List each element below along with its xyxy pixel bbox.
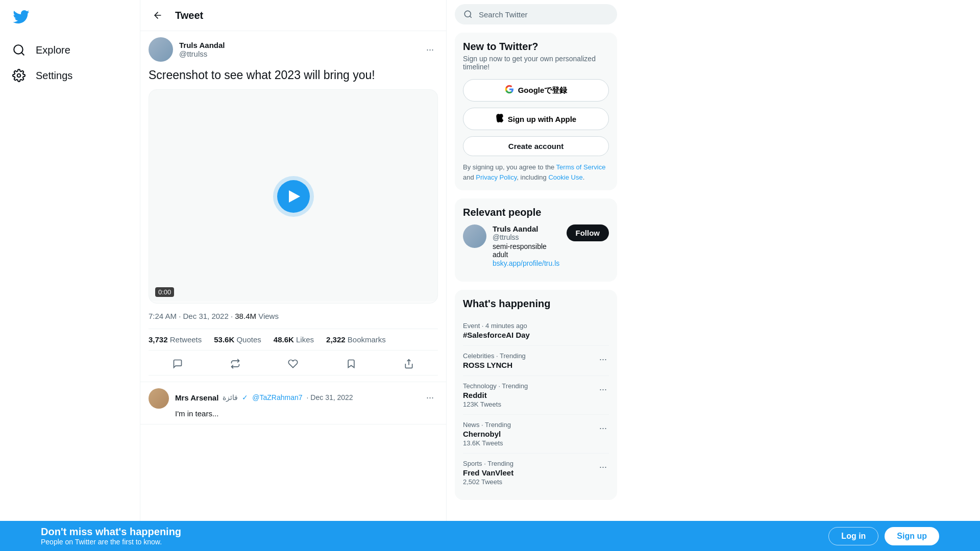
bottom-login-button[interactable]: Log in <box>828 527 878 545</box>
tweet-views-label: Views <box>258 312 279 320</box>
tweet-page-header: Tweet <box>140 0 446 31</box>
sidebar-item-settings[interactable]: Settings <box>6 63 134 88</box>
main-tweet: Truls Aandal @ttrulss ··· Screenshot to … <box>140 31 446 382</box>
apple-signup-button[interactable]: Sign up with Apple <box>463 108 609 130</box>
video-progress-bar <box>149 301 437 303</box>
tweet-author-handle: @ttrulss <box>179 49 225 58</box>
trend-info-0: Event · 4 minutes ago #SalesforceAI Day <box>463 322 530 339</box>
create-account-button[interactable]: Create account <box>463 136 609 156</box>
back-arrow-icon <box>153 10 163 20</box>
explore-label: Explore <box>36 44 70 56</box>
whats-happening-widget: What's happening Event · 4 minutes ago #… <box>455 290 617 500</box>
new-to-twitter-title: New to Twitter? <box>463 41 609 53</box>
trend-item-0[interactable]: Event · 4 minutes ago #SalesforceAI Day <box>463 316 609 346</box>
reply-date: · Dec 31, 2022 <box>307 393 353 402</box>
twitter-bird-icon <box>12 8 30 26</box>
privacy-policy-link[interactable]: Privacy Policy <box>476 173 517 181</box>
trend-item-4[interactable]: Sports · Trending Fred VanVleet 2,502 Tw… <box>463 454 609 492</box>
relevant-person-link[interactable]: bsky.app/profile/tru.ls <box>493 259 559 267</box>
reply-more-button[interactable]: ··· <box>422 388 438 407</box>
video-play-button[interactable] <box>277 180 310 213</box>
trend-item-3[interactable]: News · Trending Chernobyl 13.6K Tweets ·… <box>463 415 609 454</box>
trend-count-2: 123K Tweets <box>463 400 528 408</box>
trend-more-button-4[interactable]: ··· <box>597 460 609 474</box>
tweet-time-date: 7:24 AM · Dec 31, 2022 · <box>149 312 235 320</box>
right-sidebar: New to Twitter? Sign up now to get your … <box>447 0 625 551</box>
bookmarks-stat: 2,322 Bookmarks <box>326 335 386 344</box>
google-signup-button[interactable]: Googleで登録 <box>463 79 609 102</box>
reply-tweet: Mrs Arsenal فائزة ✓ @TaZRahman7 · Dec 31… <box>140 382 446 424</box>
relevant-people-widget: Relevant people Truls Aandal @ttrulss se… <box>455 198 617 282</box>
retweet-action-button[interactable] <box>226 355 244 373</box>
terms-text: By signing up, you agree to the Terms of… <box>463 162 609 182</box>
share-action-button[interactable] <box>400 355 418 373</box>
terms-of-service-link[interactable]: Terms of Service <box>556 163 606 171</box>
quotes-label: Quotes <box>236 335 261 344</box>
trend-info-2: Technology · Trending Reddit 123K Tweets <box>463 382 528 408</box>
tweet-author-row: Truls Aandal @ttrulss ··· <box>149 37 438 62</box>
search-input[interactable] <box>479 10 608 19</box>
like-action-button[interactable] <box>284 355 302 373</box>
trend-meta-4: Sports · Trending <box>463 460 513 467</box>
trend-name-4: Fred VanVleet <box>463 468 513 477</box>
trend-more-button-3[interactable]: ··· <box>597 421 609 436</box>
quotes-stat: 53.6K Quotes <box>214 335 261 344</box>
reply-author-handle[interactable]: @TaZRahman7 <box>252 393 302 402</box>
bottom-bar-subtitle: People on Twitter are the first to know. <box>41 538 181 546</box>
likes-count: 48.6K <box>274 335 294 344</box>
relevant-people-title: Relevant people <box>463 207 609 218</box>
sidebar-item-explore[interactable]: Explore <box>6 37 134 63</box>
cookie-use-link[interactable]: Cookie Use <box>548 173 582 181</box>
tweet-author-text: Truls Aandal @ttrulss <box>179 41 225 58</box>
google-signup-label: Googleで登録 <box>518 86 568 95</box>
trend-name-1: ROSS LYNCH <box>463 361 526 369</box>
settings-label: Settings <box>36 70 72 82</box>
reply-action-button[interactable] <box>168 355 187 373</box>
trend-more-button-2[interactable]: ··· <box>597 382 609 397</box>
tweet-video[interactable]: 0:00 <box>149 89 438 304</box>
twitter-logo[interactable] <box>6 2 36 33</box>
reply-author-tag: فائزة <box>223 393 238 402</box>
sidebar: Explore Settings <box>0 0 140 551</box>
tweet-stats: 3,732 Retweets 53.6K Quotes 48.6K Likes … <box>149 329 438 350</box>
svg-line-6 <box>470 16 471 17</box>
retweet-icon <box>230 359 240 369</box>
tweet-page-title: Tweet <box>175 10 203 21</box>
apple-logo-icon <box>496 113 504 124</box>
bottom-signup-button[interactable]: Sign up <box>885 527 939 545</box>
search-icon <box>12 43 26 57</box>
new-to-twitter-subtitle: Sign up now to get your own personalized… <box>463 55 609 71</box>
trend-item-1[interactable]: Celebrities · Trending ROSS LYNCH ··· <box>463 346 609 376</box>
tweet-author-name: Truls Aandal <box>179 41 225 49</box>
reply-tweet-inner: Mrs Arsenal فائزة ✓ @TaZRahman7 · Dec 31… <box>149 388 438 418</box>
search-box[interactable] <box>455 4 617 24</box>
apple-signup-label: Sign up with Apple <box>508 115 576 123</box>
create-account-label: Create account <box>508 142 564 151</box>
trend-info-3: News · Trending Chernobyl 13.6K Tweets <box>463 421 511 447</box>
trend-info-1: Celebrities · Trending ROSS LYNCH <box>463 352 526 369</box>
bookmarks-count: 2,322 <box>326 335 346 344</box>
google-logo-icon <box>505 85 514 96</box>
retweets-count: 3,732 <box>149 335 168 344</box>
trend-meta-0: Event · 4 minutes ago <box>463 322 530 330</box>
follow-button[interactable]: Follow <box>567 224 609 241</box>
tweet-more-button[interactable]: ··· <box>422 40 438 59</box>
trend-more-button-1[interactable]: ··· <box>597 352 609 367</box>
trend-info-4: Sports · Trending Fred VanVleet 2,502 Tw… <box>463 460 513 486</box>
trend-meta-2: Technology · Trending <box>463 382 528 390</box>
back-button[interactable] <box>149 6 167 24</box>
bookmark-action-button[interactable] <box>342 355 360 373</box>
new-to-twitter-widget: New to Twitter? Sign up now to get your … <box>455 33 617 190</box>
main-content: Tweet Truls Aandal @ttrulss ··· Screensh… <box>140 0 447 551</box>
trend-item-2[interactable]: Technology · Trending Reddit 123K Tweets… <box>463 376 609 415</box>
trend-count-3: 13.6K Tweets <box>463 439 511 447</box>
tweet-meta: 7:24 AM · Dec 31, 2022 · 38.4M Views <box>149 312 438 320</box>
relevant-person-name: Truls Aandal <box>493 224 560 233</box>
like-icon <box>288 359 298 369</box>
reply-author-avatar <box>149 388 169 409</box>
reply-text: I'm in tears... <box>175 409 438 418</box>
apple-icon <box>496 113 504 122</box>
trend-name-2: Reddit <box>463 391 528 399</box>
trend-name-0: #SalesforceAI Day <box>463 331 530 339</box>
svg-point-5 <box>464 11 471 17</box>
